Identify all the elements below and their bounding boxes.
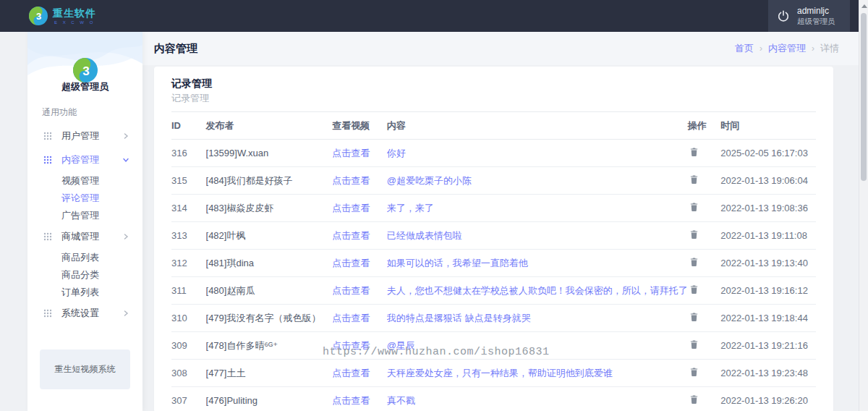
view-video-link[interactable]: 点击查看 (332, 313, 370, 323)
breadcrumb: 首页 › 内容管理 › 详情 (735, 42, 839, 55)
sidebar-item-label: 视频管理 (61, 174, 99, 187)
row-content: 真不戳 (387, 387, 688, 411)
row-publisher: [13599]W.xuan (206, 140, 333, 167)
system-name-badge: 重生短视频系统 (40, 349, 130, 389)
sidebar-item-label: 内容管理 (61, 153, 122, 166)
row-publisher: [484]我们都是好孩子 (206, 167, 333, 195)
admin-page: 3 重生软件 E X C W O adminljc 超级管理员 (0, 0, 868, 411)
row-time: 2025-02-05 16:17:03 (720, 140, 816, 167)
delete-icon[interactable] (689, 174, 699, 185)
view-video-link[interactable]: 点击查看 (332, 258, 370, 268)
table-row: 310 [479]我没有名字（戒色版） 点击查看 我的特点是撂狠话 缺点是转身就… (171, 305, 816, 332)
svg-text:3: 3 (36, 11, 41, 22)
row-content: 如果可以的话，我希望一直陪着他 (387, 250, 688, 277)
power-icon[interactable] (777, 9, 790, 22)
view-video-link[interactable]: 点击查看 (332, 395, 370, 406)
table-row: 312 [481]琪dina 点击查看 如果可以的话，我希望一直陪着他 (171, 250, 816, 277)
table-row: 307 [476]Puliting 点击查看 真不戳 (171, 387, 816, 411)
row-id: 309 (171, 332, 206, 360)
brand-logo[interactable]: 3 重生软件 E X C W O (29, 7, 96, 25)
grid-icon (43, 132, 52, 140)
sidebar-item-label: 评论管理 (61, 192, 99, 205)
user-menu[interactable]: adminljc 超级管理员 (768, 0, 850, 32)
chevron-down-icon (122, 156, 129, 164)
breadcrumb-home[interactable]: 首页 (735, 42, 754, 55)
delete-icon[interactable] (689, 367, 699, 377)
row-time: 2022-01-13 19:23:48 (720, 360, 816, 387)
column-header-content: 内容 (387, 112, 688, 140)
sidebar-item-user-management[interactable]: 用户管理 (27, 124, 142, 148)
sidebar-section-label: 通用功能 (42, 106, 77, 119)
row-content: 已经做成表情包啦 (387, 222, 688, 250)
row-time: 2022-01-13 19:11:08 (720, 222, 816, 250)
breadcrumb-current: 详情 (820, 42, 839, 55)
delete-icon[interactable] (689, 284, 699, 295)
page-title: 内容管理 (154, 42, 197, 56)
column-header-publisher: 发布者 (206, 112, 333, 140)
delete-icon[interactable] (689, 257, 699, 267)
row-time: 2022-01-13 19:18:44 (720, 305, 816, 332)
view-video-link[interactable]: 点击查看 (332, 148, 370, 158)
row-content: 你好 (387, 140, 688, 167)
row-id: 307 (171, 387, 206, 411)
sidebar-item-product-category[interactable]: 商品分类 (27, 266, 142, 284)
brand-subtitle: E X C W O (54, 20, 96, 25)
row-time: 2022-01-13 19:08:36 (720, 195, 816, 222)
sidebar-item-comment-management[interactable]: 评论管理 (27, 190, 142, 207)
sidebar-item-order-list[interactable]: 订单列表 (27, 284, 142, 301)
delete-icon[interactable] (689, 394, 699, 404)
vertical-scrollbar[interactable] (859, 0, 868, 411)
chevron-right-icon (122, 233, 129, 240)
row-time: 2022-01-13 19:26:20 (720, 387, 816, 411)
table-row: 315 [484]我们都是好孩子 点击查看 @超爱吃栗子的小陈 (171, 167, 816, 195)
avatar[interactable]: 3 (73, 58, 98, 82)
row-id: 313 (171, 222, 206, 250)
sidebar-menu: 用户管理 内容管理 视频管理 评论管理 广告管 (27, 124, 142, 326)
row-publisher: [477]土土 (206, 360, 333, 387)
view-video-link[interactable]: 点击查看 (332, 203, 370, 213)
sidebar-item-label: 广告管理 (61, 209, 99, 222)
row-content: 天秤座爱处女座，只有一种结果，帮助证明他到底爱谁 (387, 360, 688, 387)
delete-icon[interactable] (689, 229, 699, 240)
table-row: 316 [13599]W.xuan 点击查看 你好 (171, 140, 816, 167)
table-row: 314 [483]椒焱皮皮虾 点击查看 来了，来了 (171, 195, 816, 222)
svg-text:3: 3 (82, 64, 89, 78)
sidebar-item-mall-management[interactable]: 商城管理 (27, 225, 142, 248)
delete-icon[interactable] (689, 147, 699, 157)
sidebar-item-product-list[interactable]: 商品列表 (27, 249, 142, 266)
scrollbar-up-arrow-icon[interactable] (861, 4, 867, 8)
sidebar-item-label: 订单列表 (61, 286, 99, 299)
sidebar-item-content-management[interactable]: 内容管理 (27, 148, 142, 171)
sidebar-item-video-management[interactable]: 视频管理 (27, 172, 142, 190)
view-video-link[interactable]: 点击查看 (332, 175, 370, 186)
row-publisher: [481]琪dina (206, 250, 333, 277)
sidebar-item-system-settings[interactable]: 系统设置 (27, 302, 142, 325)
column-header-view-video: 查看视频 (332, 112, 387, 140)
breadcrumb-separator-icon: › (760, 43, 762, 54)
brand-logo-icon: 3 (29, 7, 48, 25)
row-id: 316 (171, 140, 206, 167)
chevron-right-icon (122, 310, 129, 317)
sidebar-item-label: 商品分类 (61, 268, 99, 281)
row-time: 2022-01-13 19:06:04 (720, 167, 816, 195)
card-subtitle: 记录管理 (171, 93, 816, 104)
breadcrumb-content[interactable]: 内容管理 (768, 42, 806, 55)
view-video-link[interactable]: 点击查看 (332, 285, 370, 296)
scrollbar-thumb[interactable] (861, 13, 867, 181)
row-publisher: [482]叶枫 (206, 222, 333, 250)
delete-icon[interactable] (689, 339, 699, 349)
profile-name: 超级管理员 (27, 80, 142, 93)
table-header-row: ID 发布者 查看视频 内容 操作 时间 (171, 112, 816, 140)
sidebar-item-ad-management[interactable]: 广告管理 (27, 207, 142, 224)
card-title: 记录管理 (171, 77, 816, 90)
row-content: 我的特点是撂狠话 缺点是转身就哭 (387, 305, 688, 332)
view-video-link[interactable]: 点击查看 (332, 230, 370, 241)
view-video-link[interactable]: 点击查看 (332, 368, 370, 378)
row-content: 夫人，您也不想健太在学校总被人欺负吧！我会保密的，所以，请拜托了 (387, 277, 688, 305)
breadcrumb-separator-icon: › (812, 43, 814, 54)
table-row: 311 [480]赵南瓜 点击查看 夫人，您也不想健太在学校总被人欺负吧！我会保… (171, 277, 816, 305)
chevron-right-icon (122, 132, 129, 140)
row-content: @超爱吃栗子的小陈 (387, 167, 688, 195)
delete-icon[interactable] (689, 312, 699, 322)
delete-icon[interactable] (689, 202, 699, 212)
